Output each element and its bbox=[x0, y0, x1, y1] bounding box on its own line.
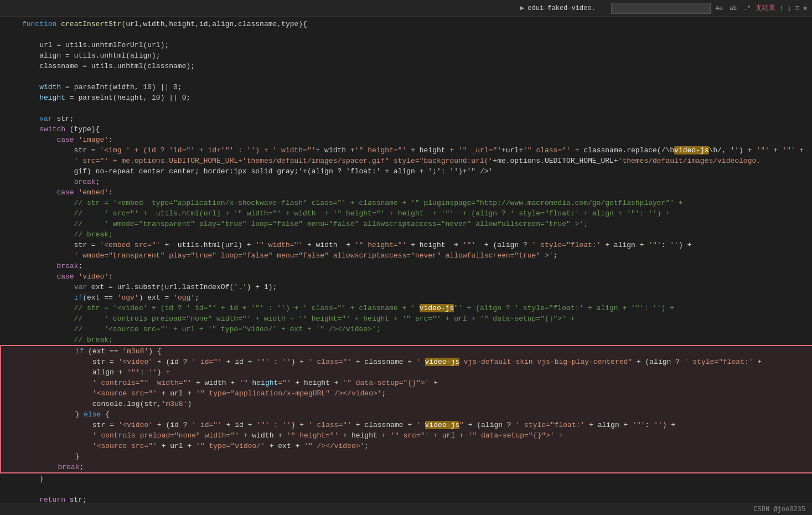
bottom-bar: CSDN @joe0235 bbox=[0, 503, 812, 515]
table-row bbox=[0, 29, 812, 40]
table-row: ' src="' + me.options.UEDITOR_HOME_URL+'… bbox=[0, 156, 812, 166]
table-row: ' controls preload="none" width="' + wid… bbox=[0, 430, 812, 441]
table-row bbox=[0, 103, 812, 114]
match-word-button[interactable]: ab bbox=[728, 4, 738, 12]
next-result-button[interactable]: ↓ bbox=[787, 4, 792, 13]
table-row: } bbox=[0, 473, 812, 484]
search-file-label: edui-faked-video. bbox=[527, 4, 595, 12]
table-row: '<source src="' + url + '" type="applica… bbox=[0, 388, 812, 399]
close-search-button[interactable]: ✕ bbox=[803, 3, 808, 13]
match-case-button[interactable]: Aa bbox=[714, 4, 725, 12]
search-file-icon: ▶ bbox=[520, 4, 524, 12]
table-row: ' controls="" width="' + width + '" heig… bbox=[0, 378, 812, 388]
table-row: case 'embed': bbox=[0, 187, 812, 198]
table-row: height = parseInt(height, 10) || 0; bbox=[0, 92, 812, 103]
table-row: str = '<video' + (id ? ' id="' + id + '"… bbox=[0, 420, 812, 430]
table-row: // break; bbox=[0, 229, 812, 240]
table-row: classname = utils.unhtml(classname); bbox=[0, 61, 812, 71]
table-row: str = '<embed src="' + utils.html(url) +… bbox=[0, 240, 812, 250]
table-row: str = '<img ' + (id ? 'id="' + id+'"' : … bbox=[0, 145, 812, 156]
table-row: // break; bbox=[0, 334, 812, 345]
table-row: case 'video': bbox=[0, 271, 812, 282]
table-row: '<source src="' + url + '" type="video/'… bbox=[0, 441, 812, 451]
code-area: function creatInsertStr(url,width,height… bbox=[0, 17, 812, 503]
table-row: // str = '<video' + (id ? ' id="' + id +… bbox=[0, 303, 812, 313]
table-row: if(ext == 'ogv') ext = 'ogg'; bbox=[0, 292, 812, 303]
table-row: // ' controls preload="none" width="' + … bbox=[0, 313, 812, 324]
table-row: function creatInsertStr(url,width,height… bbox=[0, 19, 812, 29]
prev-result-button[interactable]: ↑ bbox=[779, 4, 783, 13]
table-row: // ' wmode="transparent" play="true" loo… bbox=[0, 219, 812, 229]
table-row: align + '"': '') + bbox=[0, 367, 812, 378]
code-wrapper: function creatInsertStr(url,width,height… bbox=[0, 19, 812, 503]
table-row bbox=[0, 71, 812, 82]
table-row: break; bbox=[0, 261, 812, 271]
table-row: var ext = url.substr(url.lastIndexOf('.'… bbox=[0, 282, 812, 292]
table-row: } else { bbox=[0, 409, 812, 420]
table-row: ' wmode="transparent" play="true" loop="… bbox=[0, 250, 812, 261]
table-row: return str; bbox=[0, 495, 812, 503]
table-row: // '<source src="' + url + '" type="vide… bbox=[0, 324, 812, 334]
table-row: console.log(str,'m3u8') bbox=[0, 399, 812, 409]
table-row: break; bbox=[0, 177, 812, 187]
table-row: // str = '<embed type="application/x-sho… bbox=[0, 198, 812, 208]
credit-label: CSDN @joe0235 bbox=[753, 506, 805, 513]
table-row: align = utils.unhtml(align); bbox=[0, 50, 812, 61]
table-row: width = parseInt(width, 10) || 0; bbox=[0, 82, 812, 92]
table-row: var str; bbox=[0, 114, 812, 124]
regex-button[interactable]: .* bbox=[742, 4, 752, 12]
table-row: if (ext == 'm3u8') { bbox=[0, 345, 812, 357]
search-bar: ▶ edui-faked-video. Aa ab .* 无结果 ↑ ↓ ≡ ✕ bbox=[0, 0, 812, 17]
table-row: case 'image': bbox=[0, 135, 812, 145]
table-row: break; bbox=[0, 462, 812, 473]
collapse-button[interactable]: ≡ bbox=[795, 4, 799, 13]
table-row: url = utils.unhtmlForUrl(url); bbox=[0, 40, 812, 50]
table-row: gif) no-repeat center center; border:1px… bbox=[0, 166, 812, 177]
no-result-label: 无结果 bbox=[756, 3, 775, 13]
table-row: } bbox=[0, 451, 812, 462]
table-row: str = '<video' + (id ? ' id="' + id + '"… bbox=[0, 357, 812, 367]
table-row: // ' src="' + utils.html(url) + '" width… bbox=[0, 208, 812, 219]
table-row: switch (type){ bbox=[0, 124, 812, 135]
table-row bbox=[0, 484, 812, 495]
search-input[interactable] bbox=[611, 3, 711, 14]
